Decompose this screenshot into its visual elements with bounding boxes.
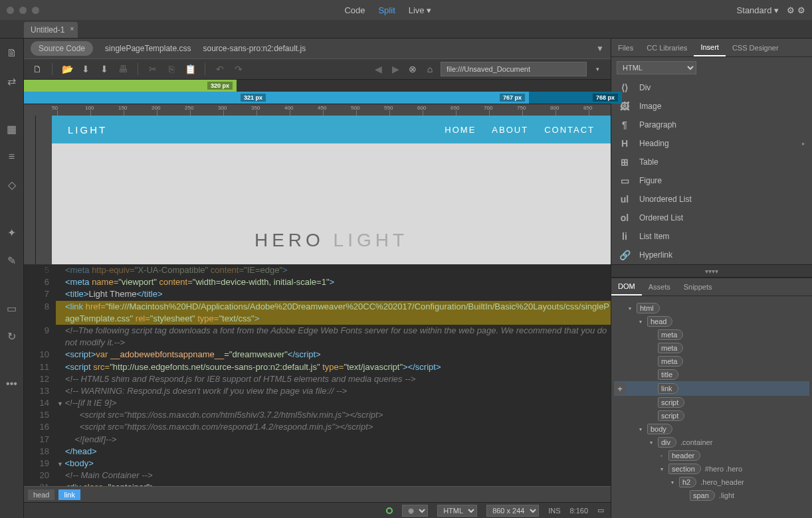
open-icon[interactable]: 📂	[60, 62, 74, 76]
panel-tab-css-designer[interactable]: CSS Designer	[726, 39, 785, 56]
media-query-bar[interactable]: 320 px 321 px767 px 768 px	[24, 80, 611, 104]
preview-nav-home[interactable]: HOME	[445, 125, 476, 135]
insert-icon: ol	[618, 213, 631, 223]
panel-tab-insert[interactable]: Insert	[694, 39, 726, 56]
panel-tab-files[interactable]: Files	[611, 39, 640, 56]
preview-nav-about[interactable]: ABOUT	[492, 125, 528, 135]
dom-node-script[interactable]: script	[614, 396, 809, 409]
code-editor[interactable]: 5<meta http-equiv="X-UA-Compatible" cont…	[24, 264, 611, 486]
dom-node-head[interactable]: ▾head	[614, 315, 809, 328]
insert-image[interactable]: 🖼Image	[611, 97, 812, 116]
page-canvas[interactable]: LIGHT HOME ABOUT CONTACT HERO LIGHT	[52, 116, 611, 264]
nav-forward-icon[interactable]: ▶	[389, 62, 402, 76]
paste-icon[interactable]: 📋	[183, 62, 197, 76]
panel-divider[interactable]: ▾▾▾▾	[611, 264, 812, 278]
save-icon[interactable]: ⬇	[79, 62, 92, 76]
dom-node-section[interactable]: ▾section#hero .hero	[614, 462, 809, 475]
copy-icon[interactable]: ⎘	[165, 62, 178, 76]
panel-tab-dom[interactable]: DOM	[611, 278, 642, 296]
dom-add-icon[interactable]: +	[614, 383, 626, 394]
toggle-view-icon[interactable]: ⇄	[4, 73, 20, 89]
insert-figure[interactable]: ▭Figure	[611, 171, 812, 190]
view-code[interactable]: Code	[344, 5, 365, 15]
view-split[interactable]: Split	[378, 5, 395, 15]
file-management-icon[interactable]: 🗎	[4, 45, 20, 61]
insert-icon: ul	[618, 194, 631, 205]
refresh-icon[interactable]: ↻	[4, 328, 20, 344]
minimize-window[interactable]	[19, 7, 27, 14]
view-live[interactable]: Live ▾	[409, 5, 431, 15]
insert-icon: H	[618, 138, 631, 149]
show-errors-icon[interactable]: ▭	[4, 300, 20, 316]
dom-node-div[interactable]: ▾div.container	[614, 436, 809, 449]
file-tab-label: Untitled-1	[31, 25, 64, 35]
stop-icon[interactable]: ⊗	[406, 62, 419, 76]
cut-icon[interactable]: ✂	[146, 62, 159, 76]
customize-toolbar-icon[interactable]: •••	[4, 376, 20, 392]
dom-node-script[interactable]: script	[614, 409, 809, 422]
breakpoint-768[interactable]: 768 px	[529, 92, 622, 104]
dom-node-header[interactable]: ›header	[614, 449, 809, 462]
expand-live-icon[interactable]: ◇	[4, 177, 20, 193]
nav-back-icon[interactable]: ◀	[371, 62, 385, 76]
redo-icon[interactable]: ↷	[232, 62, 245, 76]
preview-hero-heading: HERO LIGHT	[52, 230, 611, 251]
source-code-button[interactable]: Source Code	[31, 41, 93, 56]
address-bar[interactable]	[441, 62, 587, 76]
output-preview-icon[interactable]: ⊕	[402, 505, 428, 517]
panel-tab-cc-libraries[interactable]: CC Libraries	[640, 39, 694, 56]
close-window[interactable]	[7, 7, 14, 14]
insert-paragraph[interactable]: ¶Paragraph	[611, 116, 812, 134]
insert-table[interactable]: ⊞Table	[611, 153, 812, 171]
sync-settings-icon[interactable]: ⚙	[787, 5, 795, 15]
dom-node-meta[interactable]: meta	[614, 341, 809, 355]
insert-hyperlink[interactable]: 🔗Hyperlink	[611, 246, 812, 264]
dom-node-meta[interactable]: meta	[614, 328, 809, 341]
new-doc-icon[interactable]: 🗋	[31, 62, 44, 76]
insert-ordered-list[interactable]: olOrdered List	[611, 209, 812, 227]
home-icon[interactable]: ⌂	[423, 62, 437, 76]
panel-tab-snippets[interactable]: Snippets	[677, 278, 719, 296]
file-tab[interactable]: Untitled-1 ×	[24, 22, 78, 38]
no-errors-icon[interactable]	[386, 507, 393, 514]
workspace-switcher[interactable]: Standard ▾	[737, 5, 779, 15]
dom-node-link[interactable]: +link	[614, 381, 809, 396]
insert-heading[interactable]: HHeading▸	[611, 134, 812, 153]
inspect-icon[interactable]: ≡	[4, 149, 20, 165]
breadcrumb-link[interactable]: link	[58, 489, 80, 500]
address-dropdown-icon[interactable]: ▾	[591, 62, 604, 76]
dom-node-meta[interactable]: meta	[614, 355, 809, 368]
undo-icon[interactable]: ↶	[213, 62, 227, 76]
status-overview-icon[interactable]: ▭	[597, 506, 604, 515]
code-navigator-icon[interactable]: ✦	[4, 224, 20, 240]
status-dimensions-select[interactable]: 860 x 244	[486, 505, 539, 517]
status-language-select[interactable]: HTML	[437, 505, 477, 517]
related-file-css[interactable]: singlePageTemplate.css	[105, 44, 191, 53]
breakpoint-321-767[interactable]: 321 px767 px	[24, 92, 529, 104]
insert-category-select[interactable]: HTML	[617, 61, 696, 74]
code-options-icon[interactable]: ✎	[4, 252, 20, 268]
dom-node-body[interactable]: ▾body	[614, 422, 809, 436]
breakpoint-max320[interactable]: 320 px	[24, 80, 237, 92]
dom-node-span[interactable]: span.light	[614, 489, 809, 502]
live-view-options-icon[interactable]: ▦	[4, 121, 20, 137]
status-insert-mode[interactable]: INS	[548, 507, 560, 515]
filter-related-icon[interactable]: ▼	[596, 44, 604, 53]
print-icon[interactable]: 🖶	[116, 62, 130, 76]
close-tab-icon[interactable]: ×	[70, 25, 74, 33]
insert-icon: li	[618, 231, 631, 242]
zoom-window[interactable]	[32, 7, 39, 14]
save-all-icon[interactable]: ⬇	[98, 62, 111, 76]
insert-unordered-list[interactable]: ulUnordered List	[611, 190, 812, 209]
dom-tree[interactable]: ▾html▾headmetametametatitle+linkscriptsc…	[611, 296, 812, 518]
insert-div[interactable]: ⟨⟩Div	[611, 78, 812, 97]
dom-node-h2[interactable]: ▾h2.hero_header	[614, 475, 809, 489]
preview-nav-contact[interactable]: CONTACT	[544, 125, 595, 135]
related-file-js[interactable]: source-sans-pro:n2:default.js	[203, 44, 306, 53]
dom-node-html[interactable]: ▾html	[614, 302, 809, 315]
breadcrumb-head[interactable]: head	[28, 489, 54, 500]
dom-node-title[interactable]: title	[614, 368, 809, 381]
preferences-icon[interactable]: ⚙	[797, 5, 805, 15]
insert-list-item[interactable]: liList Item	[611, 227, 812, 246]
panel-tab-assets[interactable]: Assets	[642, 278, 677, 296]
